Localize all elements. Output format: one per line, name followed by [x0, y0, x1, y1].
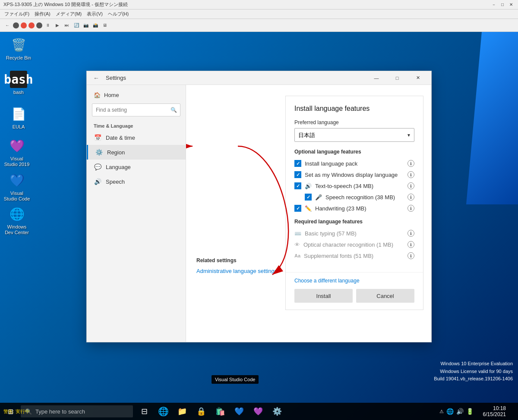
desktop-icon-windev[interactable]: 🌐 Windows Dev Center	[2, 204, 32, 237]
toolbar-btn-a[interactable]: 🔄	[73, 22, 80, 29]
desktop-area: 🗑️ Recycle Bin bash bash 📄 EULA 💜 Visual…	[0, 32, 518, 403]
settings-titlebar: ← Settings — □ ✕	[87, 71, 431, 85]
settings-body: 🏠 Home 🔍 Time & Language 📅 Date & time	[87, 85, 431, 342]
toolbar-back[interactable]: ←	[3, 22, 11, 29]
lang-pack-checkbox[interactable]	[294, 160, 301, 167]
vm-maximize-btn[interactable]: □	[499, 1, 506, 8]
sidebar-item-language[interactable]: 💬 Language	[87, 160, 186, 174]
eula-icon: 📄	[10, 105, 27, 122]
text-speech-info-icon[interactable]: ℹ	[407, 182, 414, 189]
tray-battery-icon[interactable]: 🔋	[465, 407, 474, 416]
ocr-label: Optical character recognition (1 MB)	[303, 241, 404, 248]
ocr-info-icon[interactable]: ℹ	[407, 241, 414, 248]
toolbar-btn1[interactable]	[13, 22, 19, 28]
taskbar-security-btn[interactable]: 🔒	[192, 403, 211, 420]
handwriting-label: Handwriting (23 MB)	[315, 205, 404, 212]
desktop: XPS-13-9305 上の Windows 10 開発環境 - 仮想マシン接続…	[0, 0, 518, 420]
feature-item-lang-pack: Install language pack ℹ	[294, 160, 414, 167]
sidebar-section-title: Time & Language	[87, 120, 186, 130]
bash-label: bash	[13, 90, 24, 95]
menu-view[interactable]: 表示(V)	[84, 11, 105, 17]
basic-typing-icon: ⌨️	[294, 230, 301, 237]
settings-close-btn[interactable]: ✕	[408, 71, 428, 85]
menu-media[interactable]: メディア(M)	[53, 11, 85, 17]
vm-title-text: XPS-13-9305 上の Windows 10 開発環境 - 仮想マシン接続	[3, 1, 490, 8]
tray-network-icon[interactable]: 🌐	[445, 407, 455, 416]
toolbar-record[interactable]	[21, 22, 27, 28]
notification-panel-btn[interactable]	[511, 403, 515, 420]
basic-typing-info-icon[interactable]: ℹ	[407, 230, 414, 237]
settings-window: ← Settings — □ ✕ 🏠 Home	[86, 71, 432, 342]
toolbar-btn3[interactable]	[36, 22, 42, 28]
speech-recog-info-icon[interactable]: ℹ	[407, 194, 414, 201]
toolbar-play[interactable]: ▶	[54, 22, 61, 29]
text-speech-checkbox[interactable]	[294, 182, 301, 189]
feature-item-speech-recog: 🎤 Speech recognition (38 MB) ℹ	[294, 194, 414, 201]
win-display-label: Set as my Windows display language	[305, 172, 404, 178]
sidebar-search-input[interactable]	[92, 103, 180, 116]
cancel-button[interactable]: Cancel	[356, 289, 414, 303]
toolbar-btn-d[interactable]: 🖥	[101, 22, 109, 29]
language-icon: 💬	[94, 163, 101, 171]
preferred-lang-label: Preferred language	[294, 119, 414, 125]
sidebar-item-speech[interactable]: 🔊 Speech	[87, 174, 186, 189]
taskbar-search[interactable]: 🔍 Type here to search	[21, 405, 133, 417]
lang-pack-info-icon[interactable]: ℹ	[407, 160, 414, 167]
toolbar-btn-c[interactable]: 📸	[92, 22, 99, 29]
taskbar-edge-btn[interactable]: 🌐	[154, 403, 173, 420]
sidebar-item-date-time[interactable]: 📅 Date & time	[87, 130, 186, 145]
taskbar-search-text: Type here to search	[35, 408, 85, 415]
taskbar-explorer-btn[interactable]: 📁	[173, 403, 192, 420]
menu-action[interactable]: 操作(A)	[32, 11, 53, 17]
win-display-checkbox[interactable]	[294, 171, 301, 178]
vm-minimize-btn[interactable]: －	[490, 1, 497, 8]
required-item-supp-fonts: Aa Supplemental fonts (51 MB) ℹ	[294, 252, 414, 259]
taskbar-store-btn[interactable]: 🛍️	[211, 403, 230, 420]
vm-close-btn[interactable]: ✕	[508, 1, 515, 8]
windows-info-line1: Windows 10 Enterprise Evaluation	[434, 360, 513, 368]
taskbar-task-view[interactable]: ⊟	[135, 403, 154, 420]
settings-sidebar: 🏠 Home 🔍 Time & Language 📅 Date & time	[87, 85, 186, 342]
toolbar-stop[interactable]	[28, 22, 35, 28]
lang-panel-footer: Choose a different language Install Canc…	[286, 272, 423, 310]
settings-back-button[interactable]: ←	[90, 72, 102, 84]
home-label: Home	[104, 92, 119, 98]
handwriting-info-icon[interactable]: ℹ	[407, 205, 414, 212]
speech-recog-checkbox[interactable]	[305, 194, 312, 201]
vs2019-icon: 💜	[8, 137, 25, 154]
feature-item-handwriting: ✏️ Handwriting (23 MB) ℹ	[294, 205, 414, 212]
settings-maximize-btn[interactable]: □	[387, 71, 407, 85]
taskbar-vs-btn[interactable]: 💜	[249, 403, 268, 420]
desktop-icon-bash[interactable]: bash bash	[3, 69, 34, 97]
taskbar-clock[interactable]: 10:18 6/15/2021	[480, 405, 509, 417]
toolbar-pause[interactable]: ⏸	[44, 22, 52, 29]
desktop-icon-vs2019[interactable]: 💜 Visual Studio 2019	[2, 135, 32, 169]
toolbar-step[interactable]: ⏭	[63, 22, 71, 29]
desktop-icon-vscode[interactable]: 💙 Visual Studio Code	[2, 170, 32, 204]
windows-info-line2: Windows License valid for 90 days	[434, 368, 513, 376]
choose-lang-link[interactable]: Choose a different language	[294, 278, 414, 284]
settings-minimize-btn[interactable]: —	[366, 71, 386, 85]
recycle-bin-label: Recycle Bin	[6, 55, 31, 61]
preferred-lang-select[interactable]: 日本語	[294, 128, 414, 142]
toolbar-btn-b[interactable]: 📷	[82, 22, 90, 29]
admin-lang-link[interactable]: Administrative language settings	[196, 268, 277, 274]
desktop-icon-eula[interactable]: 📄 EULA	[3, 103, 34, 132]
taskbar-vscode-btn[interactable]: 💙	[230, 403, 249, 420]
sidebar-home[interactable]: 🏠 Home	[87, 88, 186, 102]
clock-time: 10:18	[483, 405, 506, 411]
settings-window-controls: — □ ✕	[366, 71, 428, 85]
taskbar-settings-btn[interactable]: ⚙️	[268, 403, 287, 420]
vscode-icon: 💙	[8, 172, 25, 189]
handwriting-checkbox[interactable]	[294, 205, 301, 212]
desktop-icon-recycle-bin[interactable]: 🗑️ Recycle Bin	[3, 34, 34, 63]
tray-volume-icon[interactable]: 🔊	[455, 407, 464, 416]
menu-help[interactable]: ヘルプ(H)	[105, 11, 131, 17]
win-display-info-icon[interactable]: ℹ	[407, 171, 414, 178]
menu-file[interactable]: ファイル(F)	[2, 11, 32, 17]
install-button[interactable]: Install	[294, 289, 353, 303]
supp-fonts-info-icon[interactable]: ℹ	[407, 252, 414, 259]
lang-pack-label: Install language pack	[305, 160, 404, 167]
lang-panel-inner: Install language features Preferred lang…	[286, 96, 423, 272]
sidebar-item-region[interactable]: ⚙️ Region	[87, 145, 186, 160]
